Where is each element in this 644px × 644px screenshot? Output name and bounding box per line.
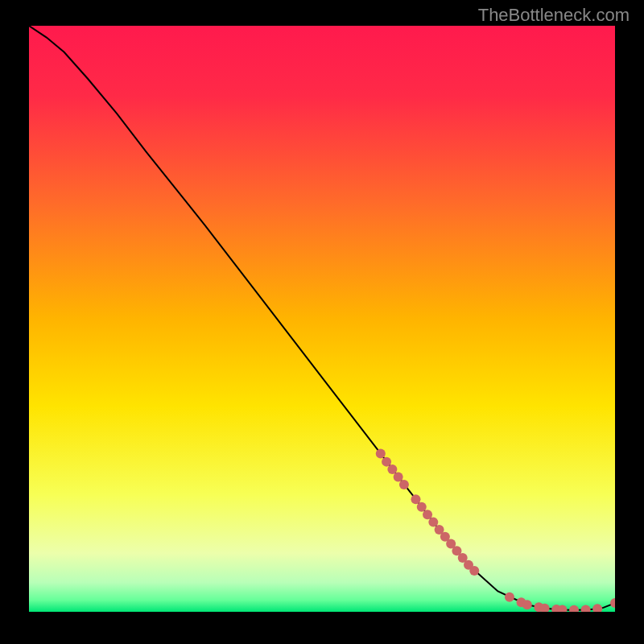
data-point bbox=[394, 473, 403, 482]
data-point bbox=[411, 494, 420, 504]
data-point bbox=[428, 518, 438, 527]
data-point bbox=[569, 605, 579, 612]
data-point bbox=[610, 598, 615, 608]
main-curve bbox=[29, 26, 615, 610]
chart-svg bbox=[29, 26, 615, 612]
data-point bbox=[376, 448, 386, 458]
data-point bbox=[423, 510, 432, 519]
data-point bbox=[469, 566, 479, 576]
plot-area bbox=[29, 26, 615, 612]
data-point bbox=[399, 480, 409, 489]
data-point bbox=[592, 604, 602, 612]
data-point bbox=[387, 464, 397, 474]
data-point bbox=[522, 600, 532, 609]
data-point bbox=[417, 502, 427, 512]
data-point bbox=[382, 457, 391, 467]
data-point bbox=[581, 605, 591, 612]
data-point bbox=[505, 592, 514, 602]
watermark-text: TheBottleneck.com bbox=[478, 5, 630, 26]
